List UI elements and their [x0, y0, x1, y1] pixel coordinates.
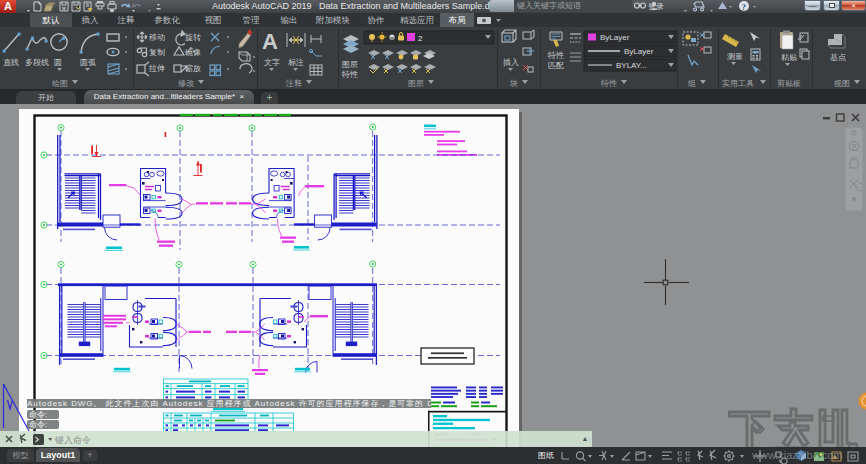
svg-text:复制: 复制 — [149, 48, 165, 57]
svg-text:组: 组 — [687, 79, 696, 88]
svg-text:A: A — [262, 29, 278, 54]
svg-text:镜像: 镜像 — [184, 48, 201, 57]
svg-text:2: 2 — [418, 34, 423, 43]
svg-text:圆弧: 圆弧 — [80, 58, 96, 67]
svg-text:?: ? — [742, 2, 747, 12]
svg-text:剪贴板: 剪贴板 — [777, 79, 801, 88]
svg-text:图层: 图层 — [408, 79, 424, 88]
svg-text:移动: 移动 — [149, 33, 165, 42]
svg-text:旋转: 旋转 — [185, 33, 201, 42]
svg-text:块: 块 — [509, 79, 518, 88]
svg-text:插入: 插入 — [503, 58, 519, 67]
svg-text:特性: 特性 — [600, 79, 617, 88]
svg-text:直线: 直线 — [3, 58, 19, 67]
svg-text:测量: 测量 — [727, 52, 743, 61]
svg-text:ByLayer: ByLayer — [624, 47, 654, 56]
svg-text:拉伸: 拉伸 — [148, 64, 165, 73]
svg-text:视图: 视图 — [833, 79, 850, 88]
svg-text:粘贴: 粘贴 — [781, 53, 797, 62]
svg-text:文字: 文字 — [264, 58, 280, 67]
svg-text:多段线: 多段线 — [25, 58, 49, 67]
svg-text:特性: 特性 — [341, 70, 358, 79]
svg-text:实用工具: 实用工具 — [722, 79, 754, 88]
svg-text:修改: 修改 — [178, 79, 195, 88]
svg-text:特性: 特性 — [547, 51, 564, 60]
svg-text:ByLayer: ByLayer — [600, 33, 630, 42]
svg-text:缩放: 缩放 — [185, 64, 201, 73]
svg-text:BYLAY...: BYLAY... — [616, 61, 647, 70]
svg-text:注释: 注释 — [285, 79, 302, 88]
svg-text:绘图: 绘图 — [52, 79, 68, 88]
svg-text:基点: 基点 — [830, 53, 846, 62]
svg-text:标注: 标注 — [288, 58, 304, 67]
svg-text:图层: 图层 — [342, 60, 358, 69]
svg-text:匹配: 匹配 — [548, 61, 564, 70]
svg-text:圆: 圆 — [54, 58, 62, 67]
